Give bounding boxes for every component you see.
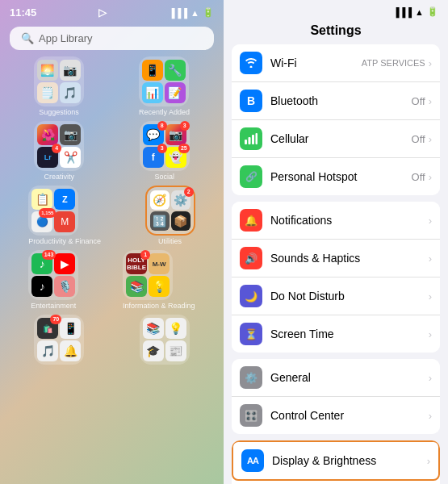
app-camera: 📷: [60, 124, 81, 145]
bottom-left-grid[interactable]: 🛍️ 70 📱 🎵 🔔: [34, 315, 84, 365]
app-instagram: 📷 3: [165, 124, 186, 145]
search-label: App Library: [39, 32, 92, 44]
suggestions-label: Suggestions: [34, 108, 84, 116]
productivity-group: 📋 Z 🔵 1,155 M Productivity & Finance: [28, 186, 101, 245]
app-snapchat: 👻 25: [165, 147, 186, 168]
app-lightbulb: 💡: [149, 276, 170, 297]
suggestions-grid[interactable]: 🌅 📷 🗒️ 🎵: [34, 56, 84, 106]
sounds-icon: 🔊: [240, 247, 262, 269]
controlcenter-icon: 🎛️: [240, 404, 262, 427]
svg-rect-1: [249, 137, 251, 144]
sounds-label: Sounds & Haptics: [270, 252, 429, 265]
screentime-item[interactable]: ⏳ Screen Time ›: [232, 315, 440, 353]
general-section: ⚙️ General › 🎛️ Control Center ›: [232, 359, 440, 434]
app-zoom: Z: [54, 189, 75, 210]
screentime-label: Screen Time: [270, 328, 429, 340]
creativity-grid[interactable]: 🌺 📷 Lr 4 ✂️: [34, 121, 84, 171]
homescreen-item[interactable]: ⊞ Home Screen ›: [232, 481, 440, 484]
bottom-left-group: 🛍️ 70 📱 🎵 🔔: [34, 315, 84, 365]
right-status-bar: ▐▐▐ ▲ 🔋: [224, 0, 448, 20]
wifi-item-icon: [240, 52, 262, 74]
bluetooth-item[interactable]: B Bluetooth Off ›: [232, 82, 440, 120]
alerts-section: 🔔 Notifications › 🔊 Sounds & Haptics › 🌙…: [232, 202, 440, 353]
app-recent-4: 📝: [165, 82, 186, 103]
display-chevron: ›: [427, 455, 430, 467]
controlcenter-chevron: ›: [429, 410, 432, 422]
app-canva: ✂️: [60, 147, 81, 168]
network-section: Wi-Fi ATP SERVICES › B Bluetooth Off ›: [232, 44, 440, 195]
row-productivity-utilities: 📋 Z 🔵 1,155 M Productivity & Finance: [6, 186, 217, 245]
dnd-chevron: ›: [429, 290, 432, 302]
entertainment-group: ♪ 143 ▶ ♪ 🎙️ Entertainment: [28, 250, 78, 310]
display-item[interactable]: AA Display & Brightness ›: [232, 440, 440, 481]
search-icon: 🔍: [21, 32, 34, 44]
app-youtube: ▶: [54, 253, 75, 274]
bluetooth-chevron: ›: [429, 95, 432, 107]
recently-added-group: 📱 🔧 📊 📝 Recently Added: [139, 56, 190, 116]
search-bar[interactable]: 🔍 App Library: [10, 27, 214, 50]
screentime-icon: ⏳: [240, 323, 262, 345]
recently-added-grid[interactable]: 📱 🔧 📊 📝: [139, 56, 189, 106]
suggestions-group: 🌅 📷 🗒️ 🎵 Suggestions: [34, 56, 84, 116]
bottom-right-grid[interactable]: 📚 💡 🎓 📰: [140, 315, 190, 365]
notifications-chevron: ›: [429, 215, 432, 227]
creativity-label: Creativity: [34, 173, 84, 181]
screentime-chevron: ›: [429, 328, 432, 340]
cellular-icon: [240, 127, 262, 150]
bluetooth-value: Off: [412, 95, 425, 107]
cellular-item[interactable]: Cellular Off ›: [232, 120, 440, 158]
wifi-item[interactable]: Wi-Fi ATP SERVICES ›: [232, 44, 440, 82]
dnd-icon: 🌙: [240, 285, 262, 307]
recently-added-label: Recently Added: [139, 108, 190, 116]
sounds-item[interactable]: 🔊 Sounds & Haptics ›: [232, 240, 440, 277]
general-item[interactable]: ⚙️ General ›: [232, 359, 440, 397]
svg-rect-2: [252, 135, 254, 144]
battery-icon-left: 🔋: [203, 7, 214, 18]
app-recent-2: 🔧: [165, 60, 186, 81]
app-extra6: 🎓: [143, 340, 164, 361]
app-podcast: 🎙️: [54, 276, 75, 297]
app-suggestions-4: 🎵: [60, 82, 81, 103]
dnd-label: Do Not Disturb: [270, 290, 429, 302]
wifi-label: Wi-Fi: [270, 56, 362, 69]
cellular-value: Off: [412, 133, 425, 145]
row-entertainment-info: ♪ 143 ▶ ♪ 🎙️ Entertainment HOLYBIBL: [6, 250, 217, 310]
social-grid[interactable]: 💬 8 📷 3 f 3 👻 25: [140, 121, 190, 171]
left-status-bar: 11:45 ▷ ▐▐▐ ▲ 🔋: [0, 0, 224, 22]
hotspot-label: Personal Hotspot: [270, 170, 412, 183]
bottom-right-group: 📚 💡 🎓 📰: [140, 315, 190, 365]
row-bottom: 🛍️ 70 📱 🎵 🔔 📚 💡 🎓 📰: [6, 315, 217, 365]
hotspot-item[interactable]: 🔗 Personal Hotspot Off ›: [232, 158, 440, 195]
sounds-chevron: ›: [429, 252, 432, 265]
app-tiktok: ♪: [31, 276, 52, 297]
wifi-atp: ATP SERVICES: [362, 58, 425, 68]
app-extra1: 📱: [60, 318, 81, 339]
cellular-chevron: ›: [429, 133, 432, 145]
app-suggestions-3: 🗒️: [37, 82, 58, 103]
app-books: 📚: [126, 276, 147, 297]
app-messenger: 💬 8: [143, 124, 164, 145]
row-creativity-social: 🌺 📷 Lr 4 ✂️ Creativity 💬 8: [6, 121, 217, 181]
settings-title: Settings: [224, 20, 448, 44]
creativity-group: 🌺 📷 Lr 4 ✂️ Creativity: [34, 121, 84, 181]
notifications-item[interactable]: 🔔 Notifications ›: [232, 202, 440, 240]
productivity-grid[interactable]: 📋 Z 🔵 1,155 M: [28, 186, 78, 236]
dnd-item[interactable]: 🌙 Do Not Disturb ›: [232, 277, 440, 315]
display-icon: AA: [241, 449, 264, 472]
info-reading-grid[interactable]: HOLYBIBLE 1 M-W 📚 💡: [123, 250, 173, 300]
app-grid: 🌅 📷 🗒️ 🎵 Suggestions 📱 🔧 📊 📝 Recently Ad…: [0, 56, 224, 365]
utilities-label: Utilities: [145, 237, 195, 245]
social-group: 💬 8 📷 3 f 3 👻 25 So: [140, 121, 190, 181]
app-dict: M-W: [149, 253, 170, 274]
hotspot-chevron: ›: [429, 171, 432, 183]
wifi-icon-left: ▲: [191, 8, 199, 18]
utilities-grid[interactable]: 🧭 ⚙️ 2 🔢 📦: [145, 186, 195, 236]
productivity-label: Productivity & Finance: [28, 237, 101, 245]
app-spotify: ♪ 143: [31, 253, 52, 274]
controlcenter-item[interactable]: 🎛️ Control Center ›: [232, 397, 440, 434]
app-extra2: 🎵: [37, 340, 58, 361]
wifi-icon-right: ▲: [415, 7, 424, 17]
app-calc: 🔢: [150, 211, 170, 231]
app-suggestions-1: 🌅: [37, 60, 58, 81]
entertainment-grid[interactable]: ♪ 143 ▶ ♪ 🎙️: [28, 250, 78, 300]
